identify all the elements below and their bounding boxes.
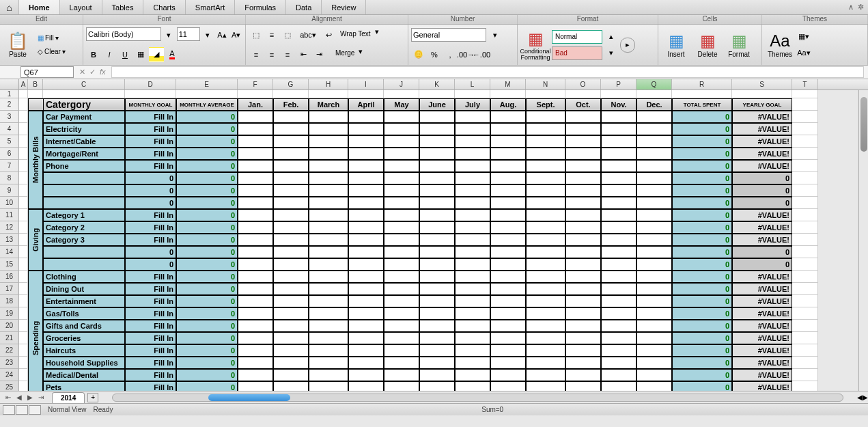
month-cell[interactable] (348, 184, 384, 197)
font-size-select[interactable] (177, 27, 200, 41)
total-spent-cell[interactable]: 0 (672, 307, 732, 320)
yearly-goal-cell[interactable]: 0 (732, 197, 792, 209)
month-cell[interactable] (309, 234, 348, 246)
monthly-avg-cell[interactable]: 0 (176, 197, 238, 209)
align-bot-icon[interactable]: ⬚ (280, 27, 295, 42)
col-header-A[interactable]: A (19, 79, 28, 89)
month-cell[interactable] (601, 111, 636, 123)
month-cell[interactable] (348, 344, 384, 357)
monthly-avg-cell[interactable]: 0 (176, 307, 238, 320)
row-header[interactable]: 5 (0, 135, 19, 148)
month-cell[interactable] (636, 307, 672, 320)
yearly-goal-cell[interactable]: 0 (732, 246, 792, 258)
total-spent-cell[interactable]: 0 (672, 111, 732, 123)
category-cell[interactable]: Phone (43, 160, 125, 172)
row-header[interactable]: 19 (0, 307, 19, 320)
month-cell[interactable] (565, 295, 601, 307)
monthly-avg-cell[interactable]: 0 (176, 148, 238, 160)
month-cell[interactable] (384, 258, 419, 271)
month-cell[interactable] (455, 271, 490, 283)
fill-color-button[interactable]: ◢ (149, 47, 164, 62)
category-cell[interactable] (43, 258, 125, 271)
decrease-font-icon[interactable]: A▾ (229, 27, 242, 42)
month-cell[interactable] (526, 357, 565, 369)
border-button[interactable]: ▦ (133, 47, 148, 62)
monthly-goal-cell[interactable]: Fill In (125, 295, 176, 307)
col-header-F[interactable]: F (238, 79, 273, 89)
month-cell[interactable] (309, 258, 348, 271)
yearly-goal-cell[interactable]: #VALUE! (732, 111, 792, 123)
yearly-goal-cell[interactable]: #VALUE! (732, 271, 792, 283)
row-header[interactable]: 20 (0, 320, 19, 332)
wrap-text-button[interactable]: Wrap Text (337, 27, 374, 40)
row-header[interactable]: 15 (0, 258, 19, 271)
month-cell[interactable] (565, 357, 601, 369)
month-cell[interactable] (419, 344, 455, 357)
month-cell[interactable] (601, 160, 636, 172)
merge-button[interactable]: Merge (332, 47, 358, 59)
month-cell[interactable] (309, 160, 348, 172)
category-cell[interactable]: Category 2 (43, 221, 125, 234)
month-cell[interactable] (384, 184, 419, 197)
wrap-icon[interactable]: ↩ (321, 27, 336, 42)
month-cell[interactable] (636, 271, 672, 283)
col-header-P[interactable]: P (601, 79, 636, 89)
month-cell[interactable] (490, 172, 526, 184)
month-cell[interactable] (238, 307, 273, 320)
yearly-goal-cell[interactable]: #VALUE! (732, 332, 792, 344)
style-scroll-down-icon[interactable]: ▾ (604, 46, 619, 61)
month-cell[interactable] (309, 209, 348, 221)
last-sheet-icon[interactable]: ⇥ (36, 394, 46, 401)
row-header[interactable]: 10 (0, 197, 19, 209)
month-cell[interactable] (636, 381, 672, 391)
style-normal[interactable]: Normal (552, 30, 602, 44)
month-cell[interactable] (419, 307, 455, 320)
v-scroll-thumb[interactable] (860, 97, 867, 152)
delete-button[interactable]: ▦Delete (692, 27, 723, 64)
header-month[interactable]: Nov. (601, 98, 636, 111)
monthly-goal-cell[interactable]: 0 (125, 172, 176, 184)
month-cell[interactable] (490, 381, 526, 391)
month-cell[interactable] (309, 246, 348, 258)
ribbon-tab-home[interactable]: Home (19, 0, 60, 14)
month-cell[interactable] (636, 295, 672, 307)
month-cell[interactable] (273, 209, 309, 221)
style-bad[interactable]: Bad (552, 46, 602, 60)
prev-sheet-icon[interactable]: ◀ (14, 394, 25, 401)
monthly-avg-cell[interactable]: 0 (176, 320, 238, 332)
total-spent-cell[interactable]: 0 (672, 148, 732, 160)
month-cell[interactable] (384, 369, 419, 381)
month-cell[interactable] (490, 283, 526, 295)
monthly-goal-cell[interactable]: 0 (125, 184, 176, 197)
month-cell[interactable] (309, 381, 348, 391)
month-cell[interactable] (490, 320, 526, 332)
month-cell[interactable] (348, 172, 384, 184)
yearly-goal-cell[interactable]: 0 (732, 172, 792, 184)
month-cell[interactable] (636, 172, 672, 184)
month-cell[interactable] (384, 295, 419, 307)
vertical-scrollbar[interactable] (858, 90, 868, 391)
category-cell[interactable]: Dining Out (43, 283, 125, 295)
month-cell[interactable] (238, 357, 273, 369)
month-cell[interactable] (601, 246, 636, 258)
month-cell[interactable] (455, 197, 490, 209)
month-cell[interactable] (348, 148, 384, 160)
theme-colors-icon[interactable]: ▦▾ (796, 29, 811, 44)
row-header[interactable]: 6 (0, 148, 19, 160)
category-cell[interactable]: Pets (43, 381, 125, 391)
header-month[interactable]: April (348, 98, 384, 111)
sheet-tab[interactable]: 2014 (52, 392, 85, 403)
month-cell[interactable] (601, 234, 636, 246)
inc-decimal-icon[interactable]: .00→ (458, 47, 473, 62)
monthly-avg-cell[interactable]: 0 (176, 357, 238, 369)
month-cell[interactable] (419, 184, 455, 197)
header-category[interactable]: Catergory (43, 98, 125, 111)
month-cell[interactable] (419, 111, 455, 123)
row-header[interactable]: 12 (0, 221, 19, 234)
month-cell[interactable] (636, 320, 672, 332)
monthly-avg-cell[interactable]: 0 (176, 209, 238, 221)
monthly-goal-cell[interactable]: Fill In (125, 123, 176, 135)
month-cell[interactable] (238, 111, 273, 123)
month-cell[interactable] (601, 332, 636, 344)
header-month[interactable]: Sept. (526, 98, 565, 111)
